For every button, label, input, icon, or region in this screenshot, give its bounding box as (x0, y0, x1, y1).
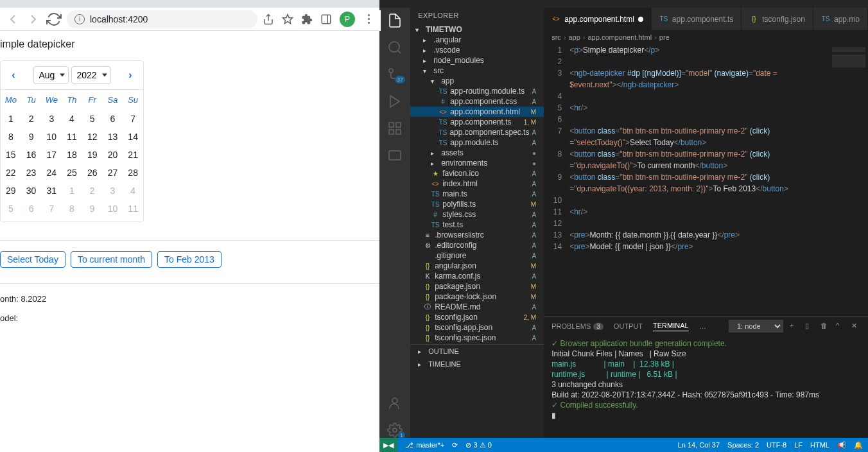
day-cell[interactable]: 1 (62, 182, 82, 200)
file-item[interactable]: {}tsconfig.spec.jsonA (410, 333, 544, 343)
file-item[interactable]: {}angular.jsonM (410, 261, 544, 271)
breadcrumb[interactable]: src›app›app.component.html›pre (544, 30, 868, 44)
file-item[interactable]: {}tsconfig.app.jsonA (410, 322, 544, 333)
close-panel-icon[interactable]: ✕ (851, 322, 860, 331)
settings-gear-icon[interactable]: 1 (387, 422, 403, 438)
day-cell[interactable]: 29 (1, 182, 21, 200)
folder-item[interactable]: ▾app (410, 76, 544, 86)
day-cell[interactable]: 6 (103, 110, 123, 128)
day-cell[interactable]: 16 (21, 146, 42, 164)
day-cell[interactable]: 31 (41, 182, 62, 200)
editor-tab[interactable]: TSapp.component.ts (652, 8, 742, 30)
day-cell[interactable]: 2 (21, 110, 42, 128)
breadcrumb-item[interactable]: pre (659, 33, 670, 41)
encoding[interactable]: UTF-8 (767, 441, 786, 449)
remote-icon[interactable] (387, 148, 403, 163)
day-cell[interactable]: 13 (103, 128, 123, 146)
year-select[interactable]: 2022 (71, 66, 111, 84)
day-cell[interactable]: 21 (123, 146, 143, 164)
day-cell[interactable]: 30 (21, 182, 42, 200)
day-cell[interactable]: 25 (62, 164, 82, 182)
file-item[interactable]: TSapp.component.ts1, M (410, 117, 544, 127)
breadcrumb-item[interactable]: app.component.html (588, 33, 652, 41)
day-cell[interactable]: 23 (21, 164, 42, 182)
day-cell[interactable]: 8 (1, 128, 21, 146)
explorer-icon[interactable] (387, 13, 403, 28)
split-terminal-icon[interactable]: ▯ (805, 322, 814, 331)
file-item[interactable]: Kkarma.conf.jsA (410, 271, 544, 281)
action-button[interactable]: Select Today (0, 251, 65, 268)
folder-item[interactable]: ▸assets● (410, 148, 544, 158)
browser-menu-icon[interactable] (363, 14, 374, 24)
day-cell[interactable]: 11 (123, 200, 143, 218)
day-cell[interactable]: 8 (62, 200, 82, 218)
action-button[interactable]: To current month (71, 251, 152, 268)
git-branch[interactable]: ⎇ master*+ (405, 441, 444, 449)
day-cell[interactable]: 20 (103, 146, 123, 164)
day-cell[interactable]: 28 (123, 164, 143, 182)
day-cell[interactable]: 19 (82, 146, 103, 164)
day-cell[interactable]: 27 (103, 164, 123, 182)
language-mode[interactable]: HTML (810, 441, 829, 449)
breadcrumb-item[interactable]: src (551, 33, 561, 41)
day-cell[interactable]: 15 (1, 146, 21, 164)
day-cell[interactable]: 18 (62, 146, 82, 164)
day-cell[interactable]: 4 (62, 110, 82, 128)
file-item[interactable]: TSpolyfills.tsM (410, 199, 544, 209)
file-item[interactable]: TStest.tsA (410, 220, 544, 230)
day-cell[interactable]: 7 (123, 110, 143, 128)
day-cell[interactable]: 11 (62, 128, 82, 146)
terminal-output[interactable]: ✓ Browser application bundle generation … (544, 336, 868, 438)
more-tab[interactable]: … (699, 322, 706, 330)
terminal-select[interactable]: 1: node (729, 320, 783, 333)
file-item[interactable]: ≡.browserslistrcA (410, 230, 544, 240)
folder-item[interactable]: ▸.angular (410, 35, 544, 45)
day-cell[interactable]: 10 (41, 128, 62, 146)
file-item[interactable]: ★favicon.icoA (410, 168, 544, 178)
debug-icon[interactable] (387, 94, 403, 109)
problems-tab[interactable]: Problems3 (551, 322, 603, 330)
bookmark-star-icon[interactable] (282, 13, 293, 25)
file-item[interactable]: ⓘREADME.mdA (410, 302, 544, 312)
day-cell[interactable]: 17 (41, 146, 62, 164)
timeline-section[interactable]: ▸Timeline (410, 358, 544, 370)
output-tab[interactable]: Output (614, 322, 643, 330)
day-cell[interactable]: 6 (21, 200, 42, 218)
folder-item[interactable]: ▸environments● (410, 158, 544, 168)
file-item[interactable]: TSapp.component.spec.tsA (410, 127, 544, 137)
sync-status[interactable]: ⟳ (452, 441, 458, 449)
feedback-icon[interactable]: 📢 (837, 441, 846, 449)
file-item[interactable]: <>app.component.htmlM (410, 107, 544, 117)
back-button[interactable] (5, 12, 21, 27)
profile-avatar[interactable]: P (340, 12, 355, 27)
file-item[interactable]: TSapp-routing.module.tsA (410, 86, 544, 96)
file-item[interactable]: #styles.cssA (410, 209, 544, 220)
maximize-panel-icon[interactable]: ^ (836, 322, 845, 331)
day-cell[interactable]: 3 (41, 110, 62, 128)
source-control-icon[interactable]: 37 (387, 67, 403, 82)
address-bar[interactable]: i localhost:4200 (67, 10, 257, 28)
breadcrumb-item[interactable]: app (568, 33, 580, 41)
eol[interactable]: LF (794, 441, 803, 449)
day-cell[interactable]: 10 (103, 200, 123, 218)
editor-tab[interactable]: TSapp.mo (813, 8, 868, 30)
account-icon[interactable] (387, 396, 403, 411)
site-info-icon[interactable]: i (74, 14, 85, 24)
editor-tab[interactable]: {}tsconfig.json (742, 8, 813, 30)
editor-tab[interactable]: <>app.component.html (544, 8, 652, 30)
day-cell[interactable]: 5 (82, 110, 103, 128)
day-cell[interactable]: 2 (82, 182, 103, 200)
kill-terminal-icon[interactable]: 🗑 (820, 322, 829, 331)
day-cell[interactable]: 5 (1, 200, 21, 218)
terminal-tab[interactable]: Terminal (653, 322, 689, 331)
folder-item[interactable]: ▾src (410, 65, 544, 76)
project-root[interactable]: ▾TIMETWO (410, 24, 544, 35)
sidepanel-icon[interactable] (320, 13, 332, 25)
new-terminal-icon[interactable]: + (790, 322, 799, 331)
file-item[interactable]: #app.component.cssA (410, 96, 544, 107)
file-item[interactable]: .gitignoreA (410, 250, 544, 261)
folder-item[interactable]: ▸.vscode (410, 45, 544, 55)
day-cell[interactable]: 22 (1, 164, 21, 182)
action-button[interactable]: To Feb 2013 (157, 251, 221, 268)
day-cell[interactable]: 1 (1, 110, 21, 128)
